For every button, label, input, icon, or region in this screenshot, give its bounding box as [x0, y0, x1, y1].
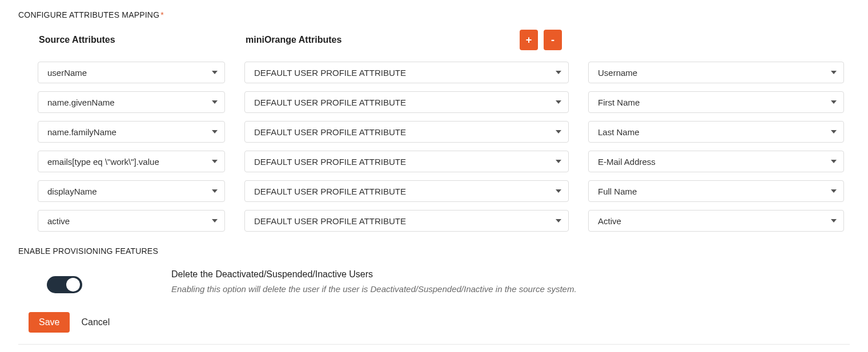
target-attribute-select[interactable]: Username [588, 62, 844, 83]
remove-row-button[interactable]: - [544, 30, 562, 50]
source-attribute-select[interactable]: name.familyName [38, 121, 225, 143]
source-attribute-select[interactable]: name.givenName [38, 91, 225, 113]
mapping-row: emails[type eq \"work\"].value DEFAULT U… [38, 151, 850, 172]
source-attributes-header: Source Attributes [39, 35, 115, 44]
cancel-button[interactable]: Cancel [81, 317, 110, 327]
source-attribute-select[interactable]: userName [38, 62, 225, 83]
required-star: * [160, 10, 164, 19]
save-button[interactable]: Save [29, 312, 70, 333]
target-attribute-select[interactable]: Last Name [588, 121, 844, 143]
mapping-row: userName DEFAULT USER PROFILE ATTRIBUTE … [38, 62, 850, 83]
mapping-area: Source Attributes miniOrange Attributes … [18, 30, 850, 232]
form-actions: Save Cancel [18, 312, 850, 333]
mini-attribute-select[interactable]: DEFAULT USER PROFILE ATTRIBUTE [244, 62, 569, 83]
mapping-row: displayName DEFAULT USER PROFILE ATTRIBU… [38, 180, 850, 202]
mini-attribute-select[interactable]: DEFAULT USER PROFILE ATTRIBUTE [244, 151, 569, 172]
mini-attribute-select[interactable]: DEFAULT USER PROFILE ATTRIBUTE [244, 121, 569, 143]
provisioning-section-title: ENABLE PROVISIONING FEATURES [18, 246, 850, 256]
mapping-title-text: CONFIGURE ATTRIBUTES MAPPING [18, 10, 159, 19]
delete-inactive-feature: Delete the Deactivated/Suspended/Inactiv… [18, 269, 850, 294]
target-attribute-select[interactable]: Active [588, 210, 844, 232]
target-attribute-select[interactable]: Full Name [588, 180, 844, 202]
footer-divider [18, 344, 850, 345]
feature-description: Enabling this option will delete the use… [171, 284, 850, 294]
miniorange-attributes-header: miniOrange Attributes [246, 35, 341, 44]
mini-attribute-select[interactable]: DEFAULT USER PROFILE ATTRIBUTE [244, 180, 569, 202]
toggle-knob [66, 278, 80, 292]
mapping-row: name.familyName DEFAULT USER PROFILE ATT… [38, 121, 850, 143]
source-attribute-select[interactable]: displayName [38, 180, 225, 202]
mapping-row: active DEFAULT USER PROFILE ATTRIBUTE Ac… [38, 210, 850, 232]
source-attribute-select[interactable]: emails[type eq \"work\"].value [38, 151, 225, 172]
mapping-row: name.givenName DEFAULT USER PROFILE ATTR… [38, 91, 850, 113]
add-row-button[interactable]: + [520, 30, 538, 50]
delete-inactive-toggle[interactable] [47, 276, 82, 293]
target-attribute-select[interactable]: First Name [588, 91, 844, 113]
target-attribute-select[interactable]: E-Mail Address [588, 151, 844, 172]
feature-title: Delete the Deactivated/Suspended/Inactiv… [171, 269, 850, 280]
mapping-headers: Source Attributes miniOrange Attributes … [38, 30, 850, 50]
mini-attribute-select[interactable]: DEFAULT USER PROFILE ATTRIBUTE [244, 210, 569, 232]
mini-attribute-select[interactable]: DEFAULT USER PROFILE ATTRIBUTE [244, 91, 569, 113]
mapping-section-title: CONFIGURE ATTRIBUTES MAPPING* [18, 10, 850, 19]
source-attribute-select[interactable]: active [38, 210, 225, 232]
